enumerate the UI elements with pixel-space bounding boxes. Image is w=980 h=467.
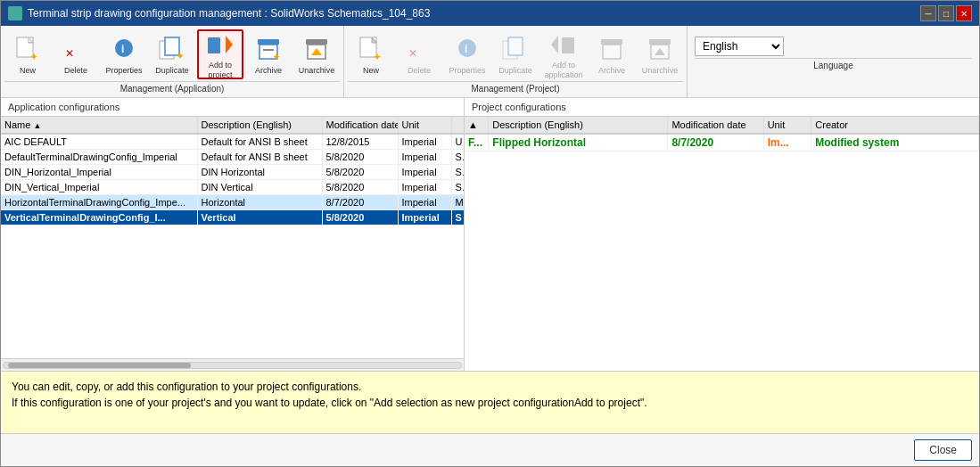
proj-row-flag: F... — [465, 134, 489, 152]
app-row-date: 5/8/2020 — [322, 180, 398, 195]
toolbar-section-app: ✦ New ✕ Delete — [1, 26, 344, 97]
app-col-extra — [451, 117, 464, 134]
archive-app-button[interactable]: ✦ Archive — [245, 29, 292, 79]
app-configs-table: Name ▲ Description (English) Modificatio… — [1, 117, 464, 225]
proj-col-flag[interactable]: ▲ — [465, 117, 489, 134]
app-col-desc[interactable]: Description (English) — [197, 117, 322, 134]
app-row-unit: Imperial — [398, 195, 451, 210]
table-row[interactable]: DIN_Vertical_Imperial DIN Vertical 5/8/2… — [1, 180, 464, 195]
app-row-date: 5/8/2020 — [322, 150, 398, 165]
management-proj-label: Management (Project) — [348, 81, 683, 95]
unarchive-app-label: Unarchive — [299, 66, 335, 76]
proj-row-creator: Modified system — [811, 134, 979, 152]
window-title: Terminal strip drawing configuration man… — [28, 7, 430, 20]
add-to-app-icon — [549, 30, 578, 59]
svg-rect-28 — [562, 37, 574, 53]
delete-proj-button[interactable]: ✕ Delete — [396, 29, 442, 79]
properties-proj-button[interactable]: i Properties — [444, 29, 490, 79]
svg-text:i: i — [121, 43, 124, 55]
title-bar-left: Terminal strip drawing configuration man… — [8, 6, 430, 20]
app-row-name: DIN_Horizontal_Imperial — [1, 165, 197, 180]
app-row-date: 5/8/2020 — [322, 210, 398, 225]
maximize-button[interactable]: □ — [938, 5, 954, 21]
close-window-button[interactable]: ✕ — [956, 5, 972, 21]
archive-proj-icon — [597, 36, 626, 64]
app-row-extra: M — [451, 195, 464, 210]
app-scroll-thumb — [8, 363, 191, 368]
language-section: English French German Spanish Language — [688, 26, 979, 97]
info-line1: You can edit, copy, or add this configur… — [12, 379, 968, 395]
proj-col-desc[interactable]: Description (English) — [489, 117, 668, 134]
new-app-button[interactable]: ✦ New — [4, 29, 51, 79]
app-configs-pane: Application configurations Name ▲ Descri… — [1, 98, 465, 371]
delete-app-label: Delete — [64, 66, 87, 76]
svg-marker-27 — [551, 36, 558, 53]
app-configs-table-container[interactable]: Name ▲ Description (English) Modificatio… — [1, 117, 464, 358]
info-line2: If this configuration is one of your pro… — [12, 395, 968, 411]
duplicate-app-icon: ✦ — [158, 36, 186, 64]
svg-text:✦: ✦ — [29, 51, 38, 63]
app-col-date[interactable]: Modification date — [322, 117, 398, 134]
app-row-extra: S — [451, 210, 464, 225]
unarchive-app-icon — [302, 36, 331, 64]
archive-app-label: Archive — [255, 66, 282, 76]
table-row[interactable]: HorizontalTerminalDrawingConfig_Impe... … — [1, 195, 464, 210]
add-to-app-button[interactable]: Add toapplication — [540, 29, 587, 79]
duplicate-proj-icon — [501, 36, 530, 64]
title-bar: Terminal strip drawing configuration man… — [1, 1, 979, 26]
add-to-app-label: Add toapplication — [544, 61, 582, 80]
app-row-name: DefaultTerminalDrawingConfig_Imperial — [1, 150, 197, 165]
app-row-extra: Us — [451, 134, 464, 150]
table-row[interactable]: VerticalTerminalDrawingConfig_I... Verti… — [1, 210, 464, 225]
properties-app-button[interactable]: i Properties — [101, 29, 147, 79]
toolbar-section-proj: ✦ New ✕ Delete — [344, 26, 688, 97]
add-to-project-button[interactable]: Add toproject — [197, 29, 243, 79]
language-dropdown[interactable]: English French German Spanish — [695, 37, 784, 56]
delete-proj-label: Delete — [408, 66, 431, 76]
app-row-date: 12/8/2015 — [322, 134, 398, 150]
proj-configs-pane: Project configurations ▲ Description (En… — [465, 98, 979, 371]
app-row-unit: Imperial — [398, 180, 451, 195]
app-row-date: 8/7/2020 — [322, 195, 398, 210]
duplicate-app-button[interactable]: ✦ Duplicate — [149, 29, 195, 79]
unarchive-proj-label: Unarchive — [642, 66, 679, 76]
unarchive-app-button[interactable]: Unarchive — [293, 29, 340, 79]
delete-app-icon: ✕ — [62, 36, 90, 64]
duplicate-proj-button[interactable]: Duplicate — [492, 29, 539, 79]
delete-app-button[interactable]: ✕ Delete — [53, 29, 99, 79]
window-icon — [8, 6, 22, 20]
app-row-name: VerticalTerminalDrawingConfig_I... — [1, 210, 197, 225]
new-proj-button[interactable]: ✦ New — [348, 29, 394, 79]
close-button[interactable]: Close — [914, 439, 972, 461]
toolbar: ✦ New ✕ Delete — [1, 26, 979, 98]
proj-col-unit[interactable]: Unit — [763, 117, 811, 134]
properties-app-label: Properties — [105, 66, 142, 76]
minimize-button[interactable]: ─ — [920, 5, 936, 21]
table-row[interactable]: DefaultTerminalDrawingConfig_Imperial De… — [1, 150, 464, 165]
svg-rect-10 — [208, 37, 220, 53]
svg-text:✕: ✕ — [65, 47, 74, 60]
svg-rect-30 — [603, 45, 621, 59]
svg-text:✕: ✕ — [408, 47, 417, 60]
unarchive-proj-button[interactable]: Unarchive — [637, 29, 683, 79]
app-configs-title: Application configurations — [1, 98, 464, 117]
delete-proj-icon: ✕ — [405, 36, 433, 64]
archive-proj-button[interactable]: Archive — [589, 29, 635, 79]
table-row[interactable]: F... Flipped Horizontal 8/7/2020 Im... M… — [465, 134, 979, 152]
app-col-unit[interactable]: Unit — [398, 117, 451, 134]
proj-configs-table-container[interactable]: ▲ Description (English) Modification dat… — [465, 117, 979, 371]
title-controls: ─ □ ✕ — [920, 5, 972, 21]
proj-row-desc: Flipped Horizontal — [489, 134, 668, 152]
app-col-name[interactable]: Name ▲ — [1, 117, 197, 134]
svg-text:✦: ✦ — [272, 51, 281, 63]
table-row[interactable]: AIC DEFAULT Default for ANSI B sheet 12/… — [1, 134, 464, 150]
main-content: Application configurations Name ▲ Descri… — [1, 98, 979, 371]
proj-col-creator[interactable]: Creator — [811, 117, 979, 134]
proj-col-date[interactable]: Modification date — [668, 117, 763, 134]
svg-rect-12 — [258, 39, 279, 45]
table-row[interactable]: DIN_Horizontal_Imperial DIN Horizontal 5… — [1, 165, 464, 180]
archive-app-icon: ✦ — [254, 36, 283, 64]
app-scroll-track — [3, 362, 462, 369]
app-row-extra: Sy — [451, 180, 464, 195]
app-scrollbar[interactable] — [1, 358, 464, 371]
